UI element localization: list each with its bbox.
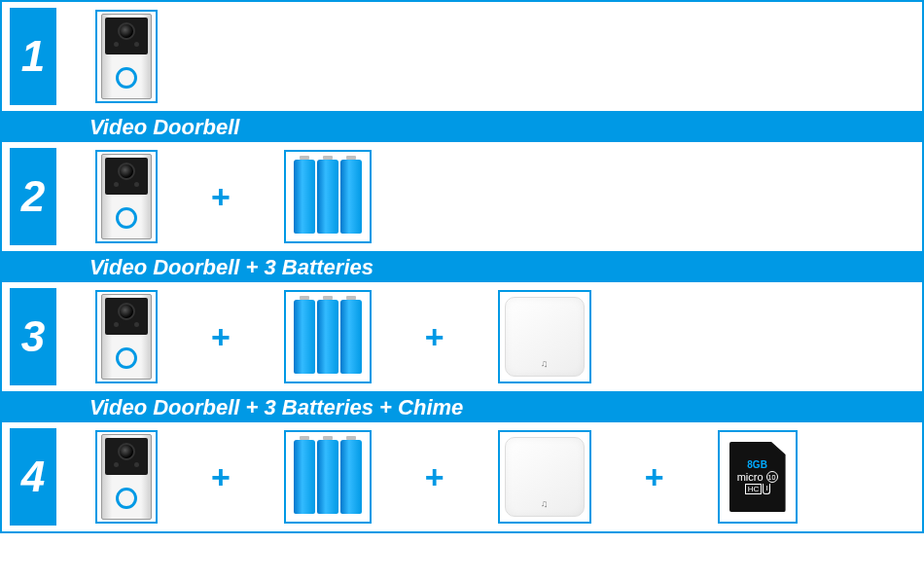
option-number: 3 bbox=[10, 288, 56, 385]
chime-icon: ♫ bbox=[505, 297, 585, 377]
item-doorbell bbox=[95, 290, 158, 383]
option-row-1: 1 bbox=[0, 2, 924, 113]
batteries-icon bbox=[294, 437, 362, 517]
option-number: 4 bbox=[10, 428, 56, 526]
doorbell-icon bbox=[101, 154, 152, 239]
sdcard-icon: 8GB micro 10 HC I bbox=[729, 442, 786, 512]
batteries-icon bbox=[294, 297, 362, 377]
plus-icon: + bbox=[158, 318, 284, 356]
plus-icon: + bbox=[372, 458, 498, 496]
option-row-2: 2 + bbox=[0, 142, 924, 253]
item-batteries bbox=[284, 290, 372, 383]
sd-u1-icon: I bbox=[763, 484, 770, 494]
item-doorbell bbox=[95, 430, 158, 524]
plus-icon: + bbox=[158, 178, 284, 216]
option-number: 1 bbox=[10, 8, 56, 105]
sd-micro-label: micro bbox=[737, 471, 764, 484]
doorbell-icon bbox=[101, 14, 152, 99]
option-row-3: 3 + + ♫ bbox=[0, 282, 924, 393]
option-label-1: Video Doorbell bbox=[0, 113, 924, 142]
plus-icon: + bbox=[591, 458, 718, 496]
item-sdcard: 8GB micro 10 HC I bbox=[718, 430, 798, 524]
item-doorbell bbox=[95, 10, 158, 103]
batteries-icon bbox=[294, 157, 362, 236]
music-note-icon: ♫ bbox=[538, 358, 551, 368]
sd-capacity: 8GB bbox=[747, 459, 767, 471]
sd-class10-icon: 10 bbox=[766, 471, 778, 483]
item-chime: ♫ bbox=[498, 290, 591, 383]
doorbell-icon bbox=[101, 294, 152, 380]
item-batteries bbox=[284, 430, 372, 524]
music-note-icon: ♫ bbox=[538, 498, 551, 508]
option-number: 2 bbox=[10, 148, 56, 245]
item-doorbell bbox=[95, 150, 158, 243]
doorbell-icon bbox=[101, 434, 152, 520]
option-label-3: Video Doorbell + 3 Batteries + Chime bbox=[0, 393, 924, 422]
item-chime: ♫ bbox=[498, 430, 591, 524]
option-label-2: Video Doorbell + 3 Batteries bbox=[0, 253, 924, 282]
plus-icon: + bbox=[372, 318, 498, 356]
plus-icon: + bbox=[158, 458, 284, 496]
chime-icon: ♫ bbox=[505, 437, 585, 517]
package-options-table: 1 Video Doorbell 2 + Video Doorbell + 3 … bbox=[0, 0, 924, 533]
sd-hc-label: HC bbox=[745, 484, 763, 495]
option-row-4: 4 + + ♫ + 8GB micro 10 bbox=[0, 422, 924, 533]
item-batteries bbox=[284, 150, 372, 243]
